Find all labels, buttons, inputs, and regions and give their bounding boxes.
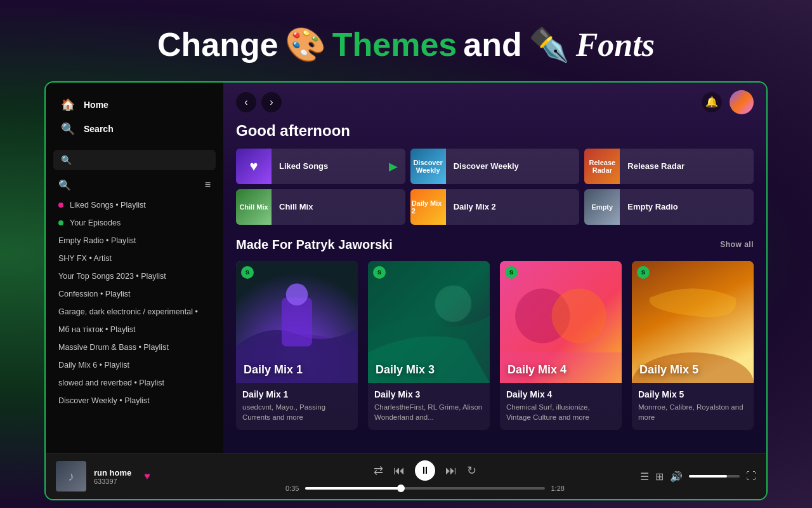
banner-emoji2: ✒️	[528, 25, 570, 64]
sidebar-nav: 🏠 Home 🔍 Search	[46, 83, 223, 146]
nav-buttons: ‹ ›	[236, 92, 282, 112]
empty-radio-label: Empty Radio • Playlist	[58, 236, 136, 245]
sidebar-item-daily-mix-6[interactable]: Daily Mix 6 • Playlist	[51, 356, 218, 374]
mix3-info: Daily Mix 3 CharlestheFirst, RL Grime, A…	[368, 383, 490, 422]
shuffle-button[interactable]: ⇄	[374, 464, 383, 478]
top-songs-label: Your Top Songs 2023 • Playlist	[58, 272, 166, 281]
mb-label: Мб на тікток • Playlist	[58, 325, 135, 334]
app-container: 🏠 Home 🔍 Search 🔍 🔍 ≡ Liked Songs • Play	[44, 81, 768, 500]
release-radar-thumb: Release Radar	[584, 149, 620, 184]
svg-point-3	[286, 283, 308, 305]
next-button[interactable]: ⏭	[445, 464, 457, 478]
sidebar-item-garage[interactable]: Garage, dark electronic / experimental •	[51, 303, 218, 321]
sidebar-item-search[interactable]: 🔍 Search	[53, 117, 216, 141]
banner-text: Change 🎨 Themes and ✒️ Fonts	[157, 25, 655, 64]
main-content: ‹ › 🔔 Good afternoon ♥ Liked Songs	[223, 83, 766, 453]
daily-mix-grid: S Daily Mix 1 Daily Mix 1 usedcvnt, Mayo…	[223, 261, 766, 443]
np-progress-container: 0:35 1:28	[285, 485, 565, 492]
play-pause-button[interactable]: ⏸	[415, 460, 435, 481]
repeat-button[interactable]: ↻	[467, 464, 476, 478]
fullscreen-button[interactable]: ⛶	[746, 471, 756, 482]
empty-radio-thumb: Empty	[584, 189, 620, 225]
user-avatar[interactable]	[730, 90, 754, 114]
mix1-label: Daily Mix 1	[244, 363, 303, 377]
sidebar-item-mb[interactable]: Мб на тікток • Playlist	[51, 321, 218, 338]
mix-card-daily-mix-3[interactable]: S Daily Mix 3 Daily Mix 3 CharlestheFirs…	[368, 261, 490, 430]
sidebar-filter-input[interactable]: 🔍	[53, 150, 216, 170]
episodes-dot	[58, 220, 63, 225]
chill-mix-thumb: Chill Mix	[236, 189, 272, 225]
library-list-icon[interactable]: ≡	[205, 179, 211, 190]
mix3-label: Daily Mix 3	[376, 363, 435, 377]
np-track-artist: 633397	[94, 478, 131, 485]
library-search-icon[interactable]: 🔍	[58, 179, 71, 191]
queue-button[interactable]: ☰	[640, 471, 649, 483]
nav-back-button[interactable]: ‹	[236, 92, 256, 112]
mix1-info: Daily Mix 1 usedcvnt, Mayo., Passing Cur…	[236, 383, 358, 422]
mix3-artists: CharlestheFirst, RL Grime, Alison Wonder…	[374, 402, 483, 422]
mix4-cover: S Daily Mix 4	[500, 261, 622, 383]
np-progress-thumb[interactable]	[397, 485, 405, 492]
volume-fill	[689, 475, 727, 478]
mix5-cover: S Daily Mix 5	[632, 261, 754, 383]
spotify-badge-mix3: S	[373, 266, 386, 279]
previous-button[interactable]: ⏮	[393, 464, 405, 478]
garage-label: Garage, dark electronic / experimental •	[58, 307, 198, 316]
sidebar-item-shy-fx[interactable]: SHY FX • Artist	[51, 250, 218, 267]
volume-button[interactable]: 🔊	[670, 471, 683, 483]
mix5-name: Daily Mix 5	[638, 389, 747, 399]
quick-card-discover-weekly[interactable]: Discover Weekly Discover Weekly	[410, 149, 580, 184]
confession-label: Confession • Playlist	[58, 290, 130, 298]
sidebar-liked-label: Liked Songs • Playlist	[70, 201, 146, 210]
topbar-right: 🔔	[702, 90, 754, 114]
sidebar-list: Liked Songs • Playlist Your Episodes Emp…	[46, 196, 223, 453]
np-track-info: run home 633397	[94, 468, 131, 485]
quick-card-release-radar[interactable]: Release Radar Release Radar	[584, 149, 754, 184]
volume-slider[interactable]	[689, 475, 740, 478]
made-for-section-header: Made For Patryk Jaworski Show all	[223, 237, 766, 261]
sidebar-search-label: Search	[84, 124, 114, 134]
sidebar-item-liked-songs[interactable]: Liked Songs • Playlist	[51, 196, 218, 214]
show-all-button[interactable]: Show all	[720, 240, 754, 249]
app-main: 🏠 Home 🔍 Search 🔍 🔍 ≡ Liked Songs • Play	[46, 83, 766, 453]
discover-weekly-title: Discover Weekly	[446, 161, 580, 171]
np-controls: ⇄ ⏮ ⏸ ⏭ ↻	[374, 460, 476, 481]
greeting-text: Good afternoon	[223, 122, 766, 149]
sidebar-item-discover-weekly[interactable]: Discover Weekly • Playlist	[51, 392, 218, 410]
discover-weekly-sidebar-label: Discover Weekly • Playlist	[58, 396, 150, 405]
quick-card-liked-songs[interactable]: ♥ Liked Songs ▶	[236, 149, 405, 184]
sidebar-item-empty-radio[interactable]: Empty Radio • Playlist	[51, 232, 218, 250]
mix1-artists: usedcvnt, Mayo., Passing Currents and mo…	[242, 402, 351, 422]
topbar: ‹ › 🔔	[223, 83, 766, 122]
sidebar-item-home[interactable]: 🏠 Home	[53, 93, 216, 117]
liked-songs-play-icon: ▶	[381, 159, 405, 173]
sidebar-item-top-songs[interactable]: Your Top Songs 2023 • Playlist	[51, 267, 218, 285]
sidebar-item-confession[interactable]: Confession • Playlist	[51, 285, 218, 303]
sidebar-item-slowed[interactable]: slowed and reverbed • Playlist	[51, 374, 218, 392]
sidebar-item-drum-bass[interactable]: Massive Drum & Bass • Playlist	[51, 338, 218, 356]
banner-themes: Themes	[332, 25, 457, 64]
np-progress-fill	[305, 487, 401, 490]
np-album-thumb: ♪	[56, 461, 86, 491]
nav-forward-button[interactable]: ›	[261, 92, 282, 112]
now-playing-bar: ♪ run home 633397 ♥ ⇄ ⏮ ⏸ ⏭ ↻ 0:35	[46, 453, 766, 499]
release-radar-title: Release Radar	[620, 161, 754, 171]
daily-mix-2-title: Daily Mix 2	[446, 202, 580, 211]
mix-card-daily-mix-5[interactable]: S Daily Mix 5 Daily Mix 5 Monrroe, Calib…	[632, 261, 754, 430]
banner-change: Change	[157, 25, 278, 64]
np-center: ⇄ ⏮ ⏸ ⏭ ↻ 0:35 1:28	[221, 460, 629, 492]
mix1-cover: S Daily Mix 1	[236, 261, 358, 383]
drum-bass-label: Massive Drum & Bass • Playlist	[58, 343, 169, 352]
quick-card-empty-radio[interactable]: Empty Empty Radio	[584, 189, 754, 225]
quick-card-chill-mix[interactable]: Chill Mix Chill Mix	[236, 189, 405, 225]
quick-card-daily-mix-2[interactable]: Daily Mix 2 Daily Mix 2	[410, 189, 580, 225]
devices-button[interactable]: ⊞	[655, 471, 664, 483]
np-heart-button[interactable]: ♥	[144, 471, 150, 482]
slowed-label: slowed and reverbed • Playlist	[58, 378, 164, 387]
np-progress-bar[interactable]	[305, 487, 544, 490]
mix-card-daily-mix-4[interactable]: S Daily Mix 4 Daily Mix 4 Chemical Surf,…	[500, 261, 622, 430]
sidebar-item-your-episodes[interactable]: Your Episodes	[51, 214, 218, 232]
mix-card-daily-mix-1[interactable]: S Daily Mix 1 Daily Mix 1 usedcvnt, Mayo…	[236, 261, 358, 430]
np-track-title: run home	[94, 468, 131, 478]
notification-button[interactable]: 🔔	[702, 92, 722, 112]
